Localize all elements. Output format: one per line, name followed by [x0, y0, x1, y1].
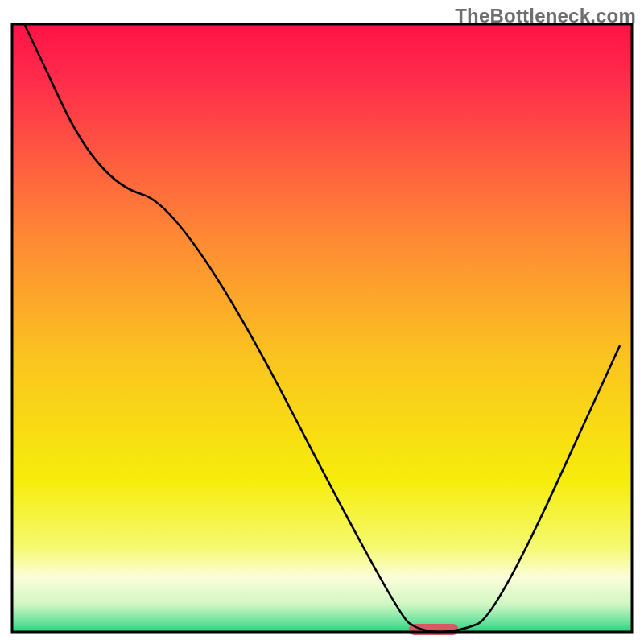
watermark-label: TheBottleneck.com [455, 5, 636, 27]
recommended-range-marker [409, 624, 459, 635]
bottleneck-chart [0, 0, 644, 644]
chart-root: TheBottleneck.com [0, 0, 644, 644]
gradient-background [12, 24, 632, 632]
